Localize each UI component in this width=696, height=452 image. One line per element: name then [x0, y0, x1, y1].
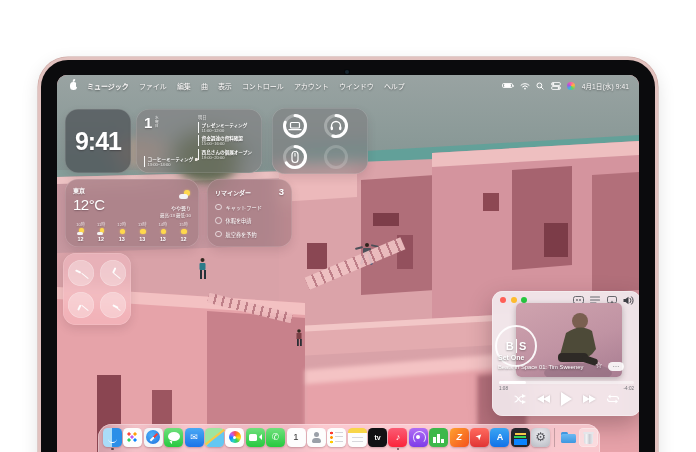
battery-ring-headphones — [323, 113, 349, 139]
play-button[interactable] — [561, 392, 572, 406]
weather-low: 最低:10 — [176, 213, 191, 218]
partly-cloudy-icon — [77, 228, 85, 235]
dock-finder-icon[interactable] — [103, 428, 122, 447]
world-clock-widget[interactable] — [63, 253, 131, 325]
dock-messages-icon[interactable] — [164, 428, 183, 447]
calendar-event[interactable]: 資金調達の資料確認 15:00~16:00 — [198, 135, 256, 146]
dock-photos-icon[interactable] — [225, 428, 244, 447]
time-elapsed: 1:08 — [499, 386, 508, 391]
volume-icon[interactable] — [623, 296, 634, 305]
dock-mail-icon[interactable]: ✉ — [185, 428, 204, 447]
event-time: 15:00~16:00 — [202, 141, 256, 146]
dock-calendar-icon[interactable]: 1 — [287, 428, 306, 447]
running-indicator — [111, 448, 113, 450]
screen: ミュージック ファイル 編集 曲 表示 コントロール アカウント ウインドウ ヘ… — [57, 75, 639, 452]
hourly-forecast: 14時 13 — [153, 221, 172, 243]
menu-help[interactable]: ヘルプ — [384, 81, 405, 91]
reminders-widget[interactable]: リマインダー 3 キャットフード 休暇を申請 航空券を予約 — [207, 179, 292, 247]
menu-edit[interactable]: 編集 — [177, 81, 191, 91]
dock-podcasts-icon[interactable] — [409, 428, 428, 447]
checkbox-circle[interactable] — [215, 204, 222, 211]
clock-time: 9:41 — [75, 127, 121, 156]
event-time: 11:00~12:00 — [202, 128, 256, 133]
dock-settings-icon[interactable]: ⚙ — [531, 428, 550, 447]
dock-contacts-icon[interactable] — [307, 428, 326, 447]
calendar-weekday: 水曜日 — [154, 116, 159, 128]
dock-rocket-app-icon[interactable]: ➤ — [470, 428, 489, 447]
siri-icon[interactable] — [567, 82, 575, 90]
calendar-event[interactable]: コーヒーミーティング 13:00~14:00 — [144, 156, 198, 167]
dock-tv-icon[interactable]: tv — [368, 428, 387, 447]
hourly-forecast: 15時 12 — [174, 221, 193, 243]
dock-app-store-icon[interactable]: A — [490, 428, 509, 447]
menu-datetime[interactable]: 4月1日(水) 9:41 — [582, 81, 629, 91]
reminder-row[interactable]: キャットフード — [215, 204, 284, 211]
hourly-forecast: 13時 13 — [133, 221, 152, 243]
search-icon[interactable] — [536, 82, 544, 90]
ipad-device-frame: ミュージック ファイル 編集 曲 表示 コントロール アカウント ウインドウ ヘ… — [38, 57, 658, 452]
more-button[interactable]: … — [608, 362, 624, 371]
dock: ✉ ✆ 1 tv ♪ Z ➤ A ⚙ — [98, 424, 600, 452]
front-camera — [345, 70, 349, 74]
cloud-sun-icon — [179, 190, 191, 199]
reminder-row[interactable]: 休暇を申請 — [215, 217, 284, 224]
menu-controls[interactable]: コントロール — [242, 81, 284, 91]
dock-facetime-icon[interactable] — [246, 428, 265, 447]
dock-music-icon[interactable]: ♪ — [388, 428, 407, 447]
sun-icon — [159, 228, 167, 235]
menu-window[interactable]: ウインドウ — [339, 81, 374, 91]
calendar-event[interactable]: プレゼンミーティング 11:00~12:00 — [198, 122, 256, 133]
close-button[interactable] — [500, 297, 506, 303]
checkbox-circle[interactable] — [215, 231, 222, 238]
next-button[interactable] — [583, 395, 596, 403]
checkbox-circle[interactable] — [215, 217, 222, 224]
repeat-button[interactable] — [607, 394, 619, 404]
dock-notes-icon[interactable] — [348, 428, 367, 447]
sun-icon — [179, 228, 187, 235]
previous-button[interactable] — [537, 395, 550, 403]
music-mini-player-window[interactable]: BS Set One Beats In Space 01: Tim Sweene… — [492, 291, 639, 416]
dock-downloads-folder-icon[interactable] — [559, 428, 578, 447]
event-time: 13:00~14:00 — [148, 162, 198, 167]
calendar-event[interactable]: 西島さんの個展オープン 19:00~20:00 — [198, 149, 256, 160]
battery-ring-laptop — [282, 113, 308, 139]
dock-app-library-icon[interactable] — [123, 428, 142, 447]
sun-icon — [118, 228, 126, 235]
hourly-forecast: 11時 12 — [92, 221, 111, 243]
clock-widget[interactable]: 9:41 — [65, 109, 131, 173]
menu-bar: ミュージック ファイル 編集 曲 表示 コントロール アカウント ウインドウ ヘ… — [57, 75, 639, 96]
dock-maps-icon[interactable] — [205, 428, 224, 447]
dock-wallet-icon[interactable] — [511, 428, 530, 447]
analog-clock — [68, 292, 94, 318]
menu-file[interactable]: ファイル — [139, 81, 167, 91]
apple-menu-icon[interactable] — [70, 82, 77, 90]
dock-safari-icon[interactable] — [144, 428, 163, 447]
reminders-count: 3 — [279, 186, 284, 197]
reminder-row[interactable]: 航空券を予約 — [215, 231, 284, 238]
dock-numbers-icon[interactable] — [429, 428, 448, 447]
wifi-icon[interactable] — [520, 82, 530, 90]
batteries-widget[interactable] — [272, 108, 368, 174]
calendar-widget[interactable]: 1水曜日 コーヒーミーティング 13:00~14:00 明日 プレゼンミーティン… — [136, 109, 262, 173]
weather-widget[interactable]: 東京 12°C やや曇り 最高:13 最低:10 10時 12 11時 — [65, 179, 199, 247]
dock-phone-icon[interactable]: ✆ — [266, 428, 285, 447]
menu-view[interactable]: 表示 — [218, 81, 232, 91]
progress-bar[interactable] — [499, 381, 634, 384]
minimize-button[interactable] — [511, 297, 517, 303]
battery-icon[interactable] — [502, 83, 513, 89]
dock-trash-icon[interactable] — [579, 428, 598, 447]
shuffle-button[interactable] — [514, 394, 526, 404]
dock-z-app-icon[interactable]: Z — [450, 428, 469, 447]
event-time: 19:00~20:00 — [202, 155, 256, 160]
favorite-star-button[interactable]: ☆ — [595, 360, 603, 370]
control-center-icon[interactable] — [551, 82, 561, 90]
dock-reminders-icon[interactable] — [327, 428, 346, 447]
battery-ring-mouse — [282, 144, 308, 170]
sun-icon — [138, 228, 146, 235]
menu-song[interactable]: 曲 — [201, 81, 208, 91]
reminder-label: 休暇を申請 — [226, 217, 252, 224]
menu-account[interactable]: アカウント — [294, 81, 329, 91]
calendar-tomorrow-label: 明日 — [198, 114, 256, 120]
reminder-label: キャットフード — [226, 204, 262, 211]
menu-music[interactable]: ミュージック — [87, 81, 129, 91]
